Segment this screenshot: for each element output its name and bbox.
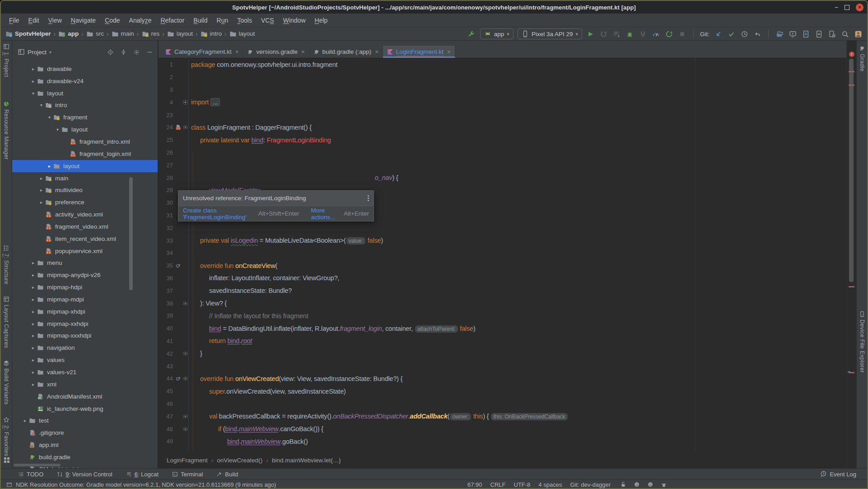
code-line-43[interactable]: 43 (159, 360, 848, 372)
avd-manager-icon[interactable] (814, 29, 823, 38)
menu-file[interactable]: File (5, 17, 24, 24)
rerun-apply-icon[interactable] (665, 29, 674, 38)
tree-item-fragment[interactable]: ▾fragment (12, 111, 158, 123)
git-commit-icon[interactable] (727, 29, 736, 38)
code-line-41[interactable]: 41return bind.root (159, 335, 848, 348)
toolwindow-terminal[interactable]: Terminal (172, 471, 203, 478)
code-line-39[interactable]: 39// Inflate the layout for this fragmen… (159, 310, 848, 322)
tree-item-mipmap-anydpi-v26[interactable]: ▸mipmap-anydpi-v26 (12, 269, 158, 281)
tree-item-androidmanifest-xml[interactable]: AndroidManifest.xml (12, 390, 158, 403)
chevron-collapsed-icon[interactable]: ▸ (37, 200, 45, 205)
toolwindow-9-version-control[interactable]: 9: Version Control (57, 471, 112, 478)
line-number[interactable]: 48 (159, 426, 174, 433)
code-line-23[interactable]: 23 (159, 108, 848, 121)
chevron-collapsed-icon[interactable]: ▸ (29, 382, 37, 387)
apply-changes-icon[interactable] (599, 29, 608, 38)
line-number[interactable]: 30 (159, 199, 174, 206)
gear-icon[interactable] (132, 47, 141, 56)
chevron-expanded-icon[interactable]: ▾ (29, 91, 37, 96)
chevron-collapsed-icon[interactable]: ▸ (29, 66, 37, 71)
sdk-manager-icon[interactable] (801, 29, 810, 38)
line-number[interactable]: 31 (159, 212, 174, 219)
chevron-collapsed-icon[interactable]: ▸ (29, 260, 37, 265)
line-number[interactable]: 26 (159, 149, 174, 156)
tab-categoryfragment-kt[interactable]: CategoryFragment.kt× (161, 46, 243, 58)
tree-item-layout[interactable]: ▸layout (12, 160, 158, 172)
line-number[interactable]: 3 (159, 86, 174, 93)
project-folders-icon[interactable] (775, 29, 784, 38)
error-stripe-mark[interactable] (849, 71, 854, 72)
code-line-27[interactable]: 27 (159, 159, 848, 171)
fold-marker-icon[interactable] (183, 100, 188, 105)
tree-item-drawable-v24[interactable]: ▸drawable-v24 (12, 75, 158, 87)
event-log-button[interactable]: Event Log (820, 470, 856, 478)
chevron-collapsed-icon[interactable]: ▸ (21, 418, 29, 423)
tool-button-layout-captures[interactable]: Layout Captures (3, 296, 9, 348)
line-number[interactable]: 28 (159, 174, 174, 181)
toolwindow-switcher-icon[interactable] (3, 456, 10, 465)
fold-marker-icon[interactable] (183, 414, 188, 419)
chevron-collapsed-icon[interactable]: ▸ (29, 79, 37, 84)
tree-horizontal-scrollbar[interactable] (14, 464, 61, 466)
debug-button[interactable] (625, 29, 635, 38)
line-number[interactable]: 41 (159, 338, 174, 344)
editor-breadcrumb-1[interactable]: onViewCreated() (217, 457, 262, 464)
code-line-28[interactable]: 28o_nav) { (159, 171, 848, 184)
tree-vertical-scrollbar[interactable] (129, 177, 133, 290)
stop-button[interactable] (678, 29, 687, 38)
breadcrumb-item-layout[interactable]: layout (229, 30, 255, 38)
tool-button-gradle[interactable]: Gradle (859, 45, 865, 71)
collapse-all-icon[interactable] (119, 47, 128, 56)
menu-build[interactable]: Build (189, 17, 212, 24)
tree-item-fragment-video-xml[interactable]: fragment_video.xml (12, 221, 158, 233)
tool-button-resource-manager[interactable]: Resource Manager (3, 101, 9, 160)
line-number[interactable]: 36 (159, 275, 174, 282)
fold-marker-icon[interactable] (183, 351, 188, 356)
tree-item-navigation[interactable]: ▸navigation (12, 342, 158, 354)
chevron-expanded-icon[interactable]: ▾ (37, 103, 45, 108)
titlebar[interactable]: SpotvHelper [~/AndroidStudioProjects/Spo… (1, 1, 867, 14)
tree-item-item-recent-video-xml[interactable]: item_recent_video.xml (12, 233, 158, 245)
tree-item-multivideo[interactable]: ▸multivideo (12, 184, 158, 196)
close-tab-icon[interactable]: × (301, 48, 305, 55)
code-line-46[interactable]: 46 (159, 398, 848, 410)
code-line-32[interactable]: 32 (159, 221, 848, 234)
code-line-26[interactable]: 26 (159, 146, 848, 159)
tree-item-menu[interactable]: ▸menu (12, 257, 158, 269)
tree-item-fragment-intro-xml[interactable]: fragment_intro.xml (12, 136, 158, 148)
editor-breadcrumb-2[interactable]: bind.mainWebview.let{…} (272, 457, 341, 464)
line-number[interactable]: 39 (159, 312, 174, 319)
code-line-44[interactable]: 44override fun onViewCreated(view: View,… (159, 372, 848, 385)
run-button[interactable] (586, 29, 595, 38)
run-config-select[interactable]: app▾ (480, 28, 513, 39)
more-actions-link[interactable]: More actions... (311, 207, 340, 221)
tree-item-intro[interactable]: ▾intro (12, 99, 158, 112)
tree-item-activity-video-xml[interactable]: activity_video.xml (12, 208, 158, 221)
line-number[interactable]: 40 (159, 325, 174, 332)
line-number[interactable]: 29 (159, 187, 174, 193)
toolwindow-todo[interactable]: TODO (18, 471, 43, 478)
chevron-expanded-icon[interactable]: ▾ (54, 127, 61, 132)
chevron-collapsed-icon[interactable]: ▸ (29, 370, 37, 375)
menu-navigate[interactable]: Navigate (66, 17, 100, 24)
line-number[interactable]: 46 (159, 400, 174, 407)
line-number[interactable]: 35 (159, 262, 174, 269)
git-update-icon[interactable] (714, 29, 723, 38)
apply-code-changes-icon[interactable] (612, 29, 621, 38)
error-count-badge[interactable]: ! (849, 52, 854, 57)
line-number[interactable]: 27 (159, 162, 174, 169)
minimize-button[interactable]: − (835, 4, 838, 10)
code-line-37[interactable]: 37savedInstanceState: Bundle? (159, 284, 848, 297)
line-number[interactable]: 2 (159, 74, 174, 80)
breadcrumb-item-src[interactable]: src (86, 30, 104, 38)
daemon-status-icon[interactable] (659, 480, 668, 489)
line-number[interactable]: 24 (159, 124, 174, 131)
feedback-sad-icon[interactable] (646, 480, 655, 489)
error-stripe-mark[interactable] (849, 372, 854, 373)
line-number[interactable]: 47 (159, 413, 174, 420)
breadcrumb-item-spotvhelper[interactable]: SpotvHelper (5, 30, 51, 38)
tool-button-build-variants[interactable]: Build Variants (3, 360, 9, 404)
tree-item-test[interactable]: ▸test (12, 414, 158, 427)
breadcrumb-item-res[interactable]: res (142, 30, 160, 38)
caret-position[interactable]: 67:90 (467, 481, 482, 488)
